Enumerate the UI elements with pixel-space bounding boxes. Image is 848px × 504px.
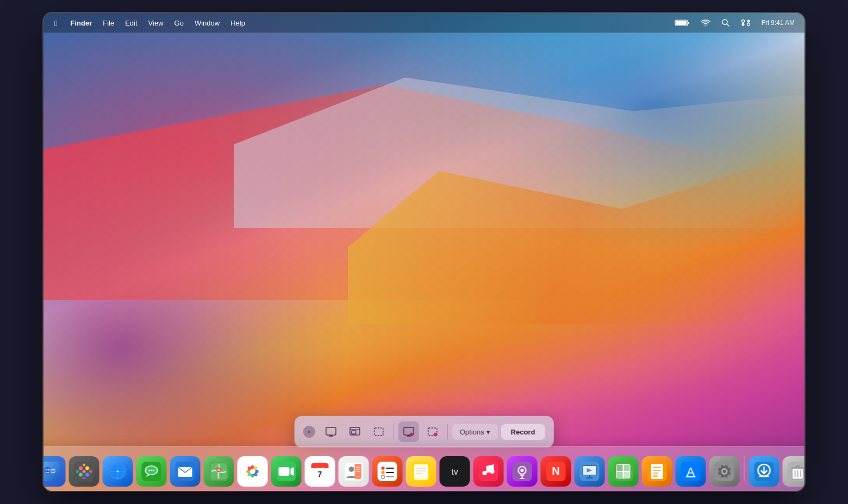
record-selected-portion-button[interactable] [422,421,443,442]
svg-rect-15 [352,431,356,434]
dock-app-downloads[interactable] [749,456,780,487]
svg-point-63 [218,469,220,471]
svg-rect-123 [617,465,623,471]
dock-app-podcasts[interactable] [507,456,538,487]
dock-app-maps[interactable] [204,456,234,487]
control-center-icon[interactable] [738,18,754,28]
svg-rect-1 [676,21,687,25]
dock-app-messages[interactable] [136,456,167,487]
svg-point-37 [79,473,83,477]
dock-app-news[interactable]: N [541,456,571,487]
svg-rect-125 [617,472,623,478]
spotlight-icon[interactable] [718,17,733,28]
svg-point-142 [719,465,721,468]
svg-rect-155 [796,465,800,468]
dock-app-photos[interactable] [238,456,268,487]
svg-point-3 [704,25,706,26]
app-name[interactable]: Finder [66,17,96,29]
menu-edit[interactable]: Edit [121,17,141,29]
dock-app-safari[interactable] [103,456,133,487]
capture-entire-screen-button[interactable] [321,421,341,442]
svg-point-85 [349,467,354,472]
svg-point-8 [741,23,744,26]
options-chevron: ▾ [487,428,490,436]
desktop: × [43,13,805,491]
svg-point-39 [83,470,86,473]
svg-line-5 [727,24,729,26]
svg-point-32 [52,470,52,470]
close-button[interactable]: × [303,426,315,438]
svg-point-6 [741,20,744,23]
svg-point-73 [250,469,255,474]
dock-app-reminders[interactable] [372,456,403,487]
svg-point-33 [54,470,54,470]
dock-app-launchpad[interactable] [69,456,99,487]
record-entire-screen-button[interactable] [398,421,419,442]
menubar-left:  Finder File Edit View Go Window Help [50,16,250,30]
dock-app-pages[interactable] [642,456,672,487]
menu-window[interactable]: Window [190,17,224,29]
svg-point-139 [723,477,726,480]
dock-app-mail[interactable] [170,456,201,487]
svg-point-42 [76,470,79,473]
dock: AUG 7 [43,446,805,491]
svg-rect-2 [688,22,689,24]
dock-app-appletv[interactable]: tv [440,456,470,487]
svg-rect-132 [653,475,658,477]
dock-app-keynote[interactable] [575,456,605,487]
wifi-icon[interactable] [697,18,714,28]
apple-menu[interactable]:  [50,16,61,30]
dock-app-notes[interactable] [406,456,437,487]
menu-view[interactable]: View [144,17,168,29]
menubar:  Finder File Edit View Go Window Help [43,13,805,33]
svg-point-40 [83,464,85,467]
capture-selected-portion-button[interactable] [369,421,389,442]
menu-file[interactable]: File [98,17,119,29]
svg-point-107 [490,469,495,474]
svg-text:tv: tv [451,467,458,476]
svg-point-9 [747,23,750,26]
battery-icon[interactable] [671,18,693,28]
dock-app-facetime[interactable] [271,456,302,487]
svg-rect-126 [624,472,630,478]
svg-rect-75 [279,467,290,476]
dock-app-system-preferences[interactable] [709,456,740,487]
svg-point-55 [148,470,150,471]
dock-app-contacts[interactable] [339,456,369,487]
svg-rect-124 [624,465,630,471]
mac-frame:  Finder File Edit View Go Window Help [43,13,805,491]
svg-point-38 [85,473,89,477]
clock[interactable]: Fri 9:41 AM [758,18,798,28]
dock-app-calendar[interactable]: AUG 7 [305,456,335,487]
dock-app-appstore[interactable]: A [676,456,706,487]
svg-point-22 [434,433,437,436]
svg-point-7 [747,20,750,23]
dock-app-trash[interactable] [783,456,805,487]
svg-point-28 [46,470,47,470]
svg-point-143 [728,475,731,477]
svg-rect-99 [414,464,428,480]
dock-app-music[interactable] [473,456,504,487]
svg-text:7: 7 [318,470,322,478]
menubar-right: Fri 9:41 AM [671,17,798,28]
svg-point-145 [728,465,731,468]
svg-point-92 [382,467,385,470]
dock-app-finder[interactable] [43,456,66,487]
svg-point-140 [716,470,719,473]
svg-point-94 [382,471,385,474]
svg-point-57 [153,470,154,471]
dock-app-numbers[interactable] [608,456,639,487]
svg-point-141 [729,470,732,473]
record-button[interactable]: Record [501,424,545,440]
screenshot-toolbar: × [295,416,554,448]
svg-rect-16 [375,428,383,436]
toolbar-separator-1 [394,424,394,439]
capture-selected-window-button[interactable] [345,421,365,442]
svg-point-50 [117,471,119,472]
svg-point-41 [83,477,85,480]
svg-point-110 [521,469,524,472]
options-button[interactable]: Options ▾ [452,424,498,440]
toolbar-separator-2 [447,424,448,439]
menu-go[interactable]: Go [170,17,188,29]
menu-help[interactable]: Help [226,17,250,29]
